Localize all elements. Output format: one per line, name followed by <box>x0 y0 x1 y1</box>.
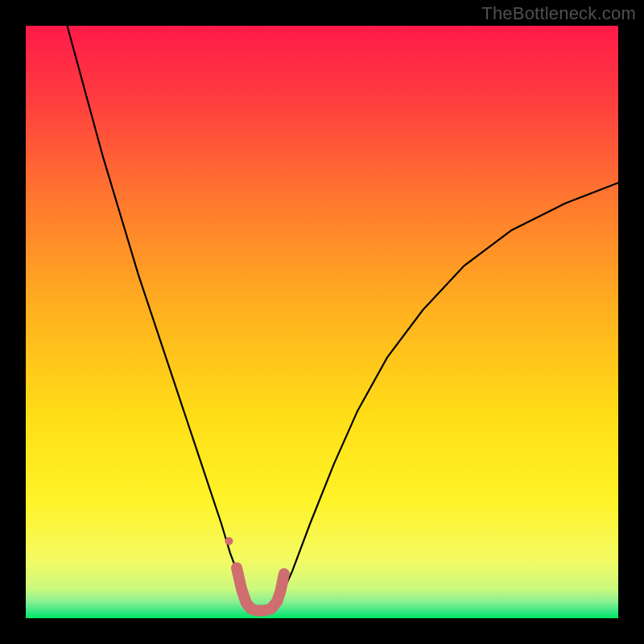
chart-svg <box>26 26 618 618</box>
chart-background <box>26 26 618 618</box>
chart-frame: TheBottleneck.com <box>0 0 644 644</box>
watermark-text: TheBottleneck.com <box>481 3 636 24</box>
chart-plot-area <box>26 26 618 618</box>
highlight-dot <box>225 537 233 545</box>
